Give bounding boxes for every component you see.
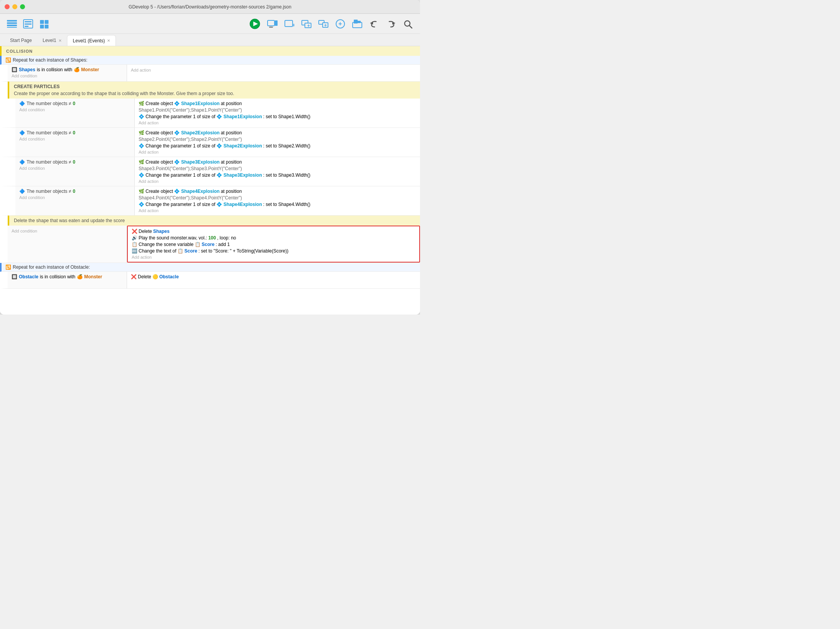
shape2-actions: 🌿 Create object 💠 Shape2Explosion at pos… (135, 128, 420, 157)
repeat-obstacle-header: 🔁 Repeat for each instance of Obstacle: (0, 263, 420, 272)
search-button[interactable] (401, 17, 415, 31)
svg-rect-2 (7, 25, 17, 26)
shape4-condition-text: The number objects ≠ (27, 189, 71, 194)
add-action-shape1[interactable]: Add action (139, 120, 416, 125)
shape1-explosion-ref: Shape1Explosion (223, 114, 262, 119)
delete-icon: ❌ (132, 229, 137, 234)
monster-icon: 🍊 (74, 67, 80, 72)
add-condition-shape2[interactable]: Add condition (19, 137, 131, 141)
shape4-explosion-name: Shape4Explosion (181, 189, 219, 194)
svg-rect-17 (285, 20, 293, 27)
add-condition-shape3[interactable]: Add condition (19, 166, 131, 171)
close-button[interactable] (5, 4, 10, 9)
add-condition-shape4[interactable]: Add condition (19, 195, 131, 200)
shape2-zero: 0 (73, 130, 75, 136)
maximize-button[interactable] (20, 4, 25, 9)
add-action-shapes[interactable]: Add action (131, 68, 416, 72)
add-extension-button[interactable]: + (333, 17, 348, 31)
shapes-collision-actions: Add action (127, 65, 420, 81)
shape2-create-text: Create object (146, 130, 173, 136)
add-condition-shapes[interactable]: Add condition (12, 74, 123, 78)
delete-text: Delete (139, 229, 152, 234)
add-action-shape3[interactable]: Add action (139, 179, 416, 184)
svg-text:+: + (292, 22, 295, 28)
tab-level1-events-close[interactable]: ✕ (107, 38, 110, 43)
shape2-set-to: : set to Shape2.Width() (263, 143, 310, 149)
tab-level1-label: Level1 (43, 38, 56, 43)
shape4-zero: 0 (73, 189, 75, 194)
shape4-position-text: Shape4.PointX("Center");Shape4.PointY("C… (139, 195, 416, 201)
change-var-text: Change the scene variable (139, 242, 194, 247)
shape4-explosion-ref-icon: 💠 (216, 202, 222, 207)
shape3-action-change: 💠 Change the parameter 1 of size of 💠 Sh… (139, 172, 416, 178)
shape4-explosion-row: 🔷 The number objects ≠ 0 Add condition 🌿… (0, 186, 420, 216)
repeat-obstacle-label: Repeat for each instance of Obstacle: (13, 264, 90, 270)
shape2-condition-item: 🔷 The number objects ≠ 0 (19, 130, 131, 136)
obstacle-monster-obj: Monster (84, 274, 102, 279)
scene-editor-button[interactable] (5, 17, 19, 31)
sound-icon: 🔊 (132, 235, 137, 241)
shape2-at-position: at position (221, 130, 242, 136)
obstacle-delete-text: Delete (138, 274, 151, 279)
add-action-shape2[interactable]: Add action (139, 150, 416, 154)
shape1-change-icon: 💠 (139, 114, 144, 119)
shape3-set-to: : set to Shape3.Width() (263, 172, 310, 178)
events-list[interactable]: COLLISION 🔁 Repeat for each instance of … (0, 46, 420, 314)
main-window: GDevelop 5 - /Users/florian/Downloads/ge… (0, 0, 420, 314)
shape2-action-create: 🌿 Create object 💠 Shape2Explosion at pos… (139, 130, 416, 136)
add-action-delete[interactable]: Add action (132, 255, 415, 259)
tab-level1-events[interactable]: Level1 (Events) ✕ (67, 35, 116, 46)
play-button[interactable] (247, 17, 263, 31)
svg-rect-3 (7, 27, 17, 28)
shape4-change-icon: 💠 (139, 202, 144, 207)
add-external-events-button[interactable]: + (299, 17, 314, 31)
preview-button[interactable] (265, 17, 280, 31)
collision-label: COLLISION (6, 49, 33, 54)
add-condition-delete[interactable]: Add condition (12, 229, 123, 233)
repeat-shapes-header: 🔁 Repeat for each instance of Shapes: (0, 56, 420, 65)
add-scene-button[interactable]: + (282, 17, 297, 31)
shape3-position-text: Shape3.PointX("Center");Shape3.PointY("C… (139, 166, 416, 171)
svg-rect-5 (25, 21, 32, 22)
add-action-shape4[interactable]: Add action (139, 208, 416, 213)
add-condition-shape1[interactable]: Add condition (19, 107, 131, 112)
obstacle-yellow-icon: 🟡 (152, 274, 158, 279)
sound-text: Play the sound monster.wav, vol.: (139, 235, 207, 241)
svg-line-33 (409, 25, 412, 28)
shape4-icon: 🔷 (19, 189, 25, 194)
undo-button[interactable] (367, 17, 382, 31)
shape1-explosion-icon: 💠 (174, 101, 180, 106)
shape2-explosion-ref: Shape2Explosion (223, 143, 262, 149)
create-particles-title-row: CREATE PARTICLES (9, 82, 420, 90)
shape3-condition-item: 🔷 The number objects ≠ 0 (19, 159, 131, 165)
shape3-change-icon: 💠 (139, 172, 144, 178)
shape1-position-text: Shape1.PointX("Center");Shape1.PointY("C… (139, 107, 416, 113)
shape1-icon: 🔷 (19, 101, 25, 106)
events-editor-button[interactable] (21, 17, 35, 31)
minimize-button[interactable] (12, 4, 17, 9)
delete-score-row: Add condition ❌ Delete Shapes 🔊 Play the… (0, 226, 420, 263)
shape4-coords: Shape4.PointX("Center");Shape4.PointY("C… (139, 195, 242, 201)
add-external-layout-button[interactable]: + (316, 17, 331, 31)
shape1-set-to: : set to Shape1.Width() (263, 114, 310, 119)
shape3-explosion-ref-icon: 💠 (216, 172, 222, 178)
svg-rect-29 (354, 21, 361, 23)
redo-button[interactable] (384, 17, 398, 31)
monster-obj: Monster (81, 67, 99, 72)
shape4-explosion-icon: 💠 (174, 189, 180, 194)
shapes-obj: Shapes (19, 67, 35, 72)
repeat-shapes-icon: 🔁 (5, 57, 11, 63)
shape1-change-text: Change the parameter 1 of size of (146, 114, 215, 119)
tab-level1[interactable]: Level1 ✕ (37, 35, 67, 46)
tab-level1-close[interactable]: ✕ (59, 38, 62, 43)
resources-button[interactable] (37, 17, 52, 31)
shape1-plant-icon: 🌿 (139, 101, 144, 106)
obstacle-monster-icon: 🍊 (77, 274, 83, 279)
shape2-coords: Shape2.PointX("Center");Shape2.PointY("C… (139, 137, 242, 142)
export-button[interactable] (350, 17, 365, 31)
svg-rect-14 (268, 20, 274, 26)
svg-rect-8 (40, 20, 44, 24)
tab-start-page[interactable]: Start Page (5, 35, 37, 46)
tabs-bar: Start Page Level1 ✕ Level1 (Events) ✕ (0, 34, 420, 46)
score-text-icon: 📋 (177, 248, 183, 254)
